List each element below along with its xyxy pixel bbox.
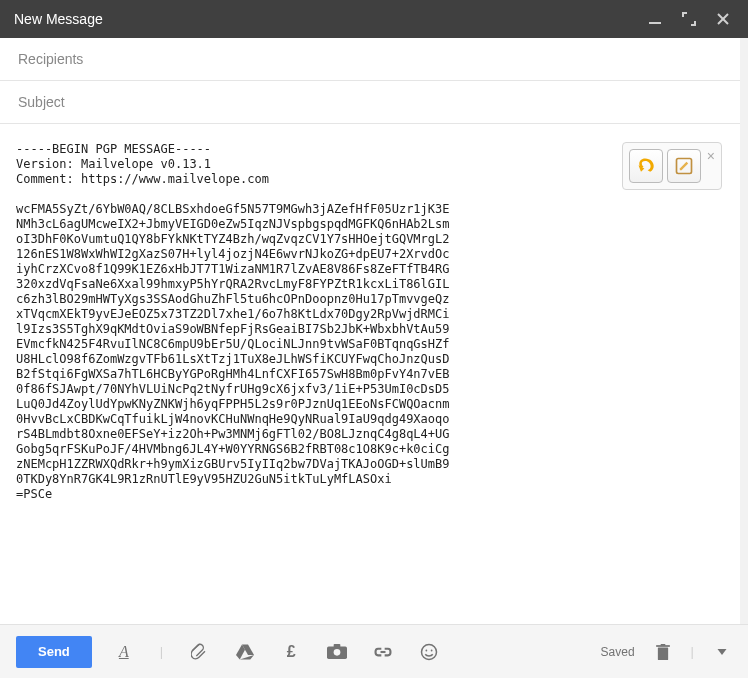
recipients-row [0, 38, 748, 81]
trash-icon[interactable] [653, 642, 673, 662]
compose-body[interactable]: × -----BEGIN PGP MESSAGE----- Version: M… [0, 124, 748, 502]
mailvelope-close-icon[interactable]: × [707, 149, 715, 163]
send-button[interactable]: Send [16, 636, 92, 668]
separator: | [691, 644, 694, 659]
svg-marker-5 [240, 655, 254, 660]
recipients-input[interactable] [16, 50, 732, 68]
fullscreen-icon[interactable] [678, 8, 700, 30]
compose-footer: Send A | £ [0, 624, 748, 678]
separator: | [160, 644, 163, 659]
message-body-text[interactable]: -----BEGIN PGP MESSAGE----- Version: Mai… [16, 142, 732, 502]
minimize-icon[interactable] [644, 8, 666, 30]
compose-title: New Message [14, 11, 632, 27]
more-icon[interactable] [712, 642, 732, 662]
insert-money-icon[interactable]: £ [281, 642, 301, 662]
svg-point-9 [422, 644, 437, 659]
saved-status: Saved [601, 645, 635, 659]
format-icon[interactable]: A [114, 642, 134, 662]
mailvelope-panel: × [622, 142, 722, 190]
svg-rect-7 [334, 644, 341, 648]
svg-rect-12 [657, 647, 667, 660]
subject-row [0, 81, 748, 124]
svg-marker-15 [718, 649, 727, 655]
svg-rect-0 [649, 22, 661, 24]
svg-point-8 [334, 649, 341, 656]
insert-link-icon[interactable] [373, 642, 393, 662]
subject-input[interactable] [16, 93, 732, 111]
drive-icon[interactable] [235, 642, 255, 662]
svg-rect-14 [660, 644, 665, 646]
svg-point-11 [431, 649, 433, 651]
compose-icon[interactable] [667, 149, 701, 183]
footer-right: Saved | [601, 642, 732, 662]
close-icon[interactable] [712, 8, 734, 30]
undo-icon[interactable] [629, 149, 663, 183]
formatting-toolbar: A | £ [114, 642, 439, 662]
attach-icon[interactable] [189, 642, 209, 662]
svg-point-10 [426, 649, 428, 651]
insert-photo-icon[interactable] [327, 642, 347, 662]
scrollbar-track[interactable] [740, 38, 748, 624]
compose-titlebar: New Message [0, 0, 748, 38]
insert-emoji-icon[interactable] [419, 642, 439, 662]
